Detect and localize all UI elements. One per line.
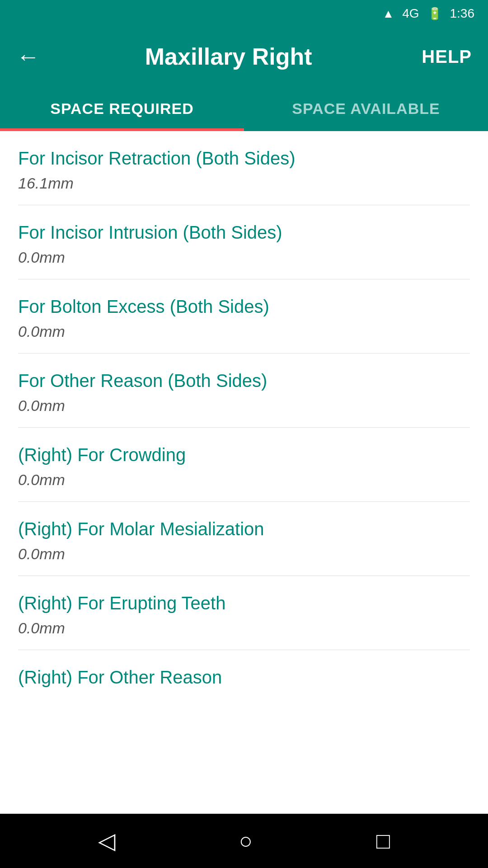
list-item: For Bolton Excess (Both Sides) 0.0mm [18,279,470,354]
list-item: (Right) For Molar Mesialization 0.0mm [18,502,470,576]
list-item: For Incisor Retraction (Both Sides) 16.1… [18,131,470,205]
list-item: For Incisor Intrusion (Both Sides) 0.0mm [18,205,470,279]
tab-space-available-label: SPACE AVAILABLE [292,100,440,118]
help-button[interactable]: HELP [422,47,472,67]
tab-space-available[interactable]: SPACE AVAILABLE [244,86,488,131]
nav-back-button[interactable]: ◁ [98,828,115,854]
battery-icon: 🔋 [427,7,442,21]
nav-recent-button[interactable]: □ [376,828,390,854]
content-area: For Incisor Retraction (Both Sides) 16.1… [0,131,488,814]
app-bar: ← Maxillary Right HELP [0,27,488,86]
tab-space-required-label: SPACE REQUIRED [50,100,194,118]
item-title: (Right) For Erupting Teeth [18,592,470,614]
page-title: Maxillary Right [53,43,404,70]
item-title: For Bolton Excess (Both Sides) [18,296,470,317]
status-bar: ▲ 4G 🔋 1:36 [0,0,488,27]
item-value: 0.0mm [18,249,470,266]
item-value: 0.0mm [18,323,470,340]
item-value: 16.1mm [18,175,470,192]
back-button[interactable]: ← [16,45,40,68]
item-title: (Right) For Crowding [18,444,470,466]
tab-space-required[interactable]: SPACE REQUIRED [0,86,244,131]
signal-icon: ▲ [382,7,394,21]
list-item: (Right) For Crowding 0.0mm [18,428,470,502]
item-title: For Incisor Intrusion (Both Sides) [18,222,470,243]
item-title: (Right) For Molar Mesialization [18,518,470,540]
time-label: 1:36 [450,6,475,21]
item-title: For Incisor Retraction (Both Sides) [18,147,470,169]
item-value: 0.0mm [18,619,470,637]
item-value: 0.0mm [18,397,470,415]
item-value: 0.0mm [18,471,470,489]
nav-home-button[interactable]: ○ [239,828,253,854]
list-item: (Right) For Other Reason [18,650,470,706]
item-value: 0.0mm [18,545,470,563]
item-title: For Other Reason (Both Sides) [18,370,470,392]
signal-label: 4G [402,6,419,21]
list-item: For Other Reason (Both Sides) 0.0mm [18,354,470,428]
item-title: (Right) For Other Reason [18,666,470,688]
nav-bar: ◁ ○ □ [0,814,488,868]
list-item: (Right) For Erupting Teeth 0.0mm [18,576,470,650]
tabs-container: SPACE REQUIRED SPACE AVAILABLE [0,86,488,131]
